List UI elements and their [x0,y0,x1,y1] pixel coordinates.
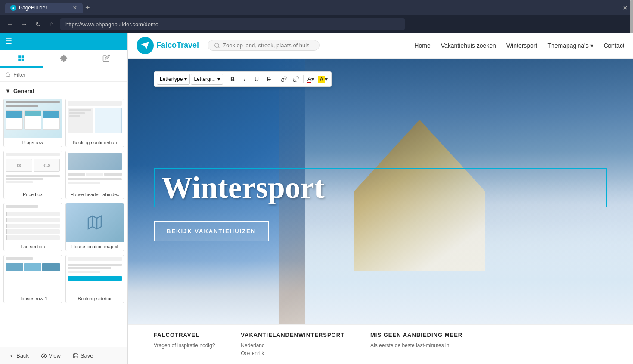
hamburger-icon[interactable]: ☰ [5,37,12,46]
hero-title: Wintersport [161,172,599,203]
component-preview-booking-sidebar [66,255,124,294]
font-color-button[interactable]: A ▾ [305,74,316,85]
bold-button[interactable]: B [227,74,238,85]
component-preview-booking-confirmation [66,99,124,138]
component-card-booking-confirmation[interactable]: Booking confirmation [65,99,124,147]
tab-favicon: ● [10,5,16,11]
chevron-down-icon: ▾ [311,76,314,83]
component-label-faq-section: Faq section [4,242,62,251]
strikethrough-button[interactable]: S [263,74,274,85]
component-card-blogs-row[interactable]: Blogs row [3,99,62,147]
tab-components[interactable] [0,50,43,68]
tab-label: PageBuilder [19,5,47,11]
browser-tab[interactable]: ● PageBuilder ✕ [5,3,83,13]
component-card-houses-row-1[interactable]: Houses row 1 [3,255,62,303]
footer-col2-item-2: Oostenrijk [241,349,344,357]
tab-close-button[interactable]: ✕ [72,4,78,11]
italic-button[interactable]: I [239,74,250,85]
font-family-select[interactable]: Lettertype ▾ [157,74,190,85]
footer-col2-item-1: Nederland [241,342,344,349]
bekijk-vakantiehuizen-button[interactable]: BEKIJK VAKANTIEHUIZEN [154,221,269,241]
component-card-house-header-tabindex[interactable]: House header tabindex [65,151,124,199]
footer-col1-title: FALCOTRAVEL [154,332,215,338]
font-color-label: A [307,76,311,83]
sidebar-topbar: ☰ [0,33,127,50]
svg-point-10 [215,43,219,47]
link-icon [281,76,287,82]
forward-nav-button[interactable]: → [19,19,29,29]
footer-col3-text: Als eerste de beste last-minutes in [370,342,462,349]
component-card-faq-section[interactable]: Faq section [3,203,62,251]
window-close-button[interactable]: ✕ [622,4,628,12]
unlink-icon [293,76,299,82]
back-arrow-icon [9,353,15,359]
toolbar-divider-1 [225,75,225,83]
back-button[interactable]: Back [3,350,34,361]
component-preview-price-box: € 0 € 10 [4,151,62,190]
filter-input[interactable] [13,71,122,78]
component-label-booking-sidebar: Booking sidebar [66,294,124,303]
component-label-blogs-row: Blogs row [4,138,62,147]
tab-settings[interactable] [43,50,85,68]
unlink-button[interactable] [290,74,301,85]
svg-marker-6 [88,216,101,229]
eye-icon [41,353,47,359]
new-tab-button[interactable]: + [85,3,90,12]
home-nav-button[interactable]: ⌂ [47,19,57,29]
refresh-nav-button[interactable]: ↻ [33,19,43,29]
app-body: ☰ ▼ General [0,33,633,364]
svg-rect-2 [19,59,21,61]
component-preview-houses-row-1 [4,255,62,294]
footer-col3-title: MIS GEEN AANBIEDING MEER [370,332,462,338]
svg-point-5 [6,73,10,77]
chevron-down-icon: ▾ [184,76,187,82]
svg-rect-3 [22,59,24,61]
section-label: General [13,88,34,94]
search-icon [214,43,220,49]
section-general-header[interactable]: ▼ General [3,85,124,97]
chevron-down-icon: ▾ [590,42,593,49]
grid-icon [17,54,25,62]
hero-button-area: BEKIJK VAKANTIEHUIZEN [154,221,607,241]
component-label-house-header-tabindex: House header tabindex [66,190,124,199]
footer-col1-text: Vragen of inspiratie nodig? [154,342,215,349]
site-search-input[interactable] [223,42,309,49]
address-bar-input[interactable] [60,18,405,30]
component-card-house-location-map-xl[interactable]: House location map xl [65,203,124,251]
nav-contact[interactable]: Contact [604,42,624,49]
chevron-down-icon: ▾ [217,76,220,82]
site-logo-text: FalcoTravel [156,41,199,50]
browser-titlebar: ● PageBuilder ✕ + ✕ [0,0,633,15]
nav-vakantiehuis-zoeken[interactable]: Vakantiehuis zoeken [441,42,496,49]
hero-title-box[interactable]: Wintersport [154,168,607,207]
save-button[interactable]: Save [68,350,99,361]
map-icon [86,214,103,231]
tab-design[interactable] [85,50,127,68]
chevron-down-icon: ▼ [5,88,11,94]
component-card-price-box[interactable]: € 0 € 10 Price box [3,151,62,199]
bg-color-button[interactable]: A ▾ [317,74,329,85]
svg-rect-1 [22,55,24,58]
footer-col2-title: VAKANTIELANDENWINTERSPORT [241,332,344,338]
font-size-select[interactable]: Lettergr... ▾ [191,74,223,85]
component-grid: Blogs row [3,97,124,305]
nav-home[interactable]: Home [414,42,430,49]
hero-content: Lettertype ▾ Lettergr... ▾ B I U S [128,59,633,324]
nav-themapaginas[interactable]: Themapagina's ▾ [547,42,593,49]
underline-button[interactable]: U [251,74,262,85]
footer-col-vakantielanden: VAKANTIELANDENWINTERSPORT Nederland Oost… [241,332,344,357]
sidebar-filter-bar [0,68,127,82]
component-card-booking-sidebar[interactable]: Booking sidebar [65,255,124,303]
view-button[interactable]: View [36,350,66,361]
back-nav-button[interactable]: ← [5,19,16,29]
toolbar-divider-3 [303,75,304,83]
footer-col-aanbieding: MIS GEEN AANBIEDING MEER Als eerste de b… [370,332,462,357]
link-button[interactable] [278,74,289,85]
site-search-box[interactable] [208,40,320,51]
browser-chrome: ● PageBuilder ✕ + ✕ ← → ↻ ⌂ [0,0,633,33]
sidebar-bottombar: Back View Save [0,347,127,364]
search-icon [5,72,11,78]
nav-wintersport[interactable]: Wintersport [506,42,537,49]
main-content: FalcoTravel Home Vakantiehuis zoeken Win… [128,33,633,364]
bg-color-label: A [318,76,325,83]
